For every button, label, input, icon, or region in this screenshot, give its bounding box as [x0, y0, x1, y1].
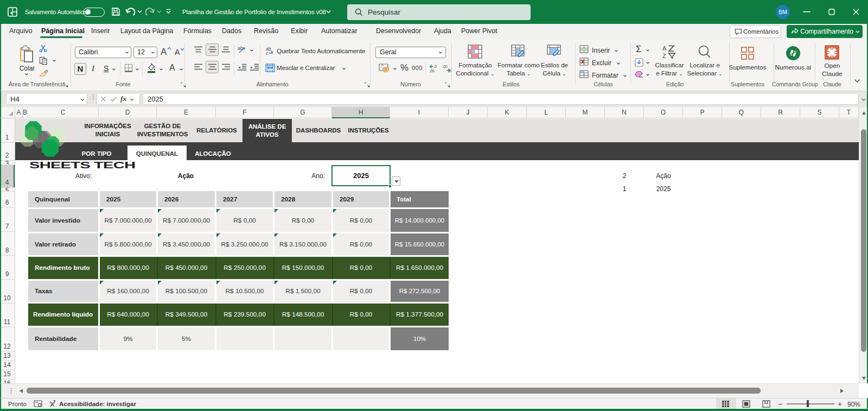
svg-text:Z: Z — [662, 53, 666, 59]
svg-text:x: x — [10, 10, 13, 15]
svg-text:,00: ,00 — [429, 69, 435, 73]
svg-text:,00: ,00 — [442, 65, 448, 68]
svg-text:A: A — [662, 45, 667, 52]
svg-text:,0: ,0 — [433, 65, 437, 68]
